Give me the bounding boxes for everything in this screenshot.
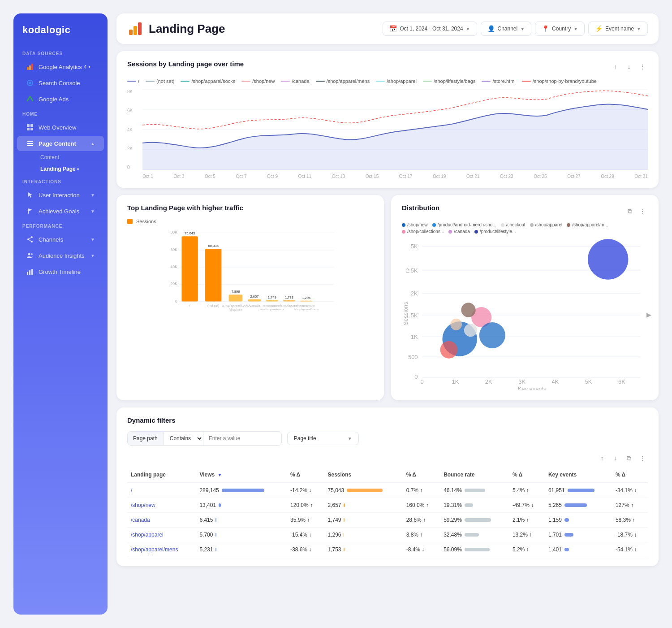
sidebar-sub-item-landing-page[interactable]: Landing Page •	[17, 164, 104, 174]
sidebar-item-label: Landing Page •	[40, 166, 79, 172]
cell-sessions-delta: 0.7% ↑	[403, 483, 440, 498]
x-label: Oct 27	[567, 174, 580, 179]
table-row[interactable]: /shop/apparel/mens5,231-38.6% ↓1,753-8.4…	[127, 542, 648, 557]
sidebar-sub-item-content[interactable]: Content	[17, 152, 104, 163]
top-landing-title: Top Landing Page with higher traffic	[127, 204, 373, 212]
more-options-button[interactable]: ⋮	[637, 453, 648, 463]
users-icon	[26, 251, 34, 260]
sort-asc-button[interactable]: ↑	[597, 453, 607, 463]
svg-text:/shop/new: /shop/new	[229, 308, 243, 312]
col-bounce-rate[interactable]: Bounce rate	[440, 467, 509, 483]
sort-asc-button[interactable]: ↑	[610, 61, 621, 72]
page-title: Landing Page	[149, 22, 225, 36]
y-label: 2K	[127, 146, 141, 151]
svg-line-17	[28, 239, 32, 242]
dist-legend-item: /shop/apparel	[530, 222, 563, 227]
col-label: % Δ	[406, 472, 416, 478]
cell-sessions: 75,043	[324, 483, 402, 498]
cell-bounce-delta: 5.4% ↑	[509, 483, 545, 498]
dist-legend-label: /product/lifestyle...	[480, 229, 516, 234]
filter-chip-channel[interactable]: 👤 Channel ▼	[481, 22, 532, 36]
more-options-button[interactable]: ⋮	[637, 206, 648, 217]
cell-bounce-rate: 32.48%	[440, 528, 509, 542]
page-title-dropdown[interactable]: Page title ▼	[287, 432, 359, 445]
legend-item: /shop/new	[241, 78, 275, 84]
dist-legend-item: /shop/new	[402, 222, 428, 227]
svg-rect-0	[27, 67, 29, 70]
x-label: Oct 13	[332, 174, 345, 179]
sidebar-item-search-console[interactable]: Search Console	[17, 75, 104, 91]
col-landing-page[interactable]: Landing page	[127, 467, 196, 483]
cell-views-delta: -14.2% ↓	[287, 483, 324, 498]
sidebar-item-web-overview[interactable]: Web Overview	[17, 120, 104, 135]
x-label: Oct 11	[298, 174, 311, 179]
contains-select[interactable]: Contains	[164, 432, 203, 445]
svg-text:75,043: 75,043	[185, 231, 195, 235]
col-key-events-delta[interactable]: % Δ	[612, 467, 648, 483]
svg-text:7,896: 7,896	[231, 290, 240, 294]
col-label: Key events	[548, 472, 577, 478]
cell-views: 5,700	[196, 528, 287, 542]
svg-text:1,749: 1,749	[268, 295, 276, 299]
filters-row: Page path Contains Page title ▼	[127, 431, 648, 446]
sort-desc-button[interactable]: ↓	[610, 453, 621, 463]
dist-legend-item: /checkout	[501, 222, 526, 227]
svg-text:Sessions: Sessions	[402, 302, 409, 325]
chevron-down-icon: ▼	[90, 193, 95, 198]
sidebar-item-label: Achieved Goals	[39, 208, 79, 215]
x-label: Oct 1	[142, 174, 153, 179]
col-bounce-delta[interactable]: % Δ	[509, 467, 545, 483]
google-ads-icon	[26, 95, 34, 103]
section-label-home: Home	[13, 107, 108, 119]
sort-desc-button[interactable]: ↓	[624, 61, 634, 72]
sidebar-item-user-interaction[interactable]: User Interaction ▼	[17, 187, 104, 203]
chevron-down-icon: ▼	[348, 436, 352, 441]
filter-chip-date[interactable]: 📅 Oct 1, 2024 - Oct 31, 2024 ▼	[383, 22, 477, 36]
dist-legend-item: /product/android-merch-sho...	[432, 222, 496, 227]
sidebar-item-google-analytics[interactable]: Google Analytics 4 •	[17, 59, 104, 74]
x-label: Oct 15	[366, 174, 379, 179]
table-row[interactable]: /shop/apparel5,700-15.4% ↓1,2963.8% ↑32.…	[127, 528, 648, 542]
dist-dot	[474, 230, 478, 234]
sidebar-item-page-content[interactable]: Page Content ▲	[17, 136, 104, 151]
cell-sessions: 2,657	[324, 498, 402, 513]
filter-chip-country[interactable]: 📍 Country ▼	[535, 22, 585, 36]
more-options-button[interactable]: ⋮	[637, 61, 648, 72]
col-views-delta[interactable]: % Δ	[287, 467, 324, 483]
svg-text:2K: 2K	[411, 290, 418, 297]
export-button[interactable]: ⧉	[624, 453, 634, 463]
dist-legend-label: /shop/apparel/m...	[572, 222, 608, 227]
svg-text:0: 0	[414, 373, 418, 380]
legend-item: /shop/shop-by-brand/youtube	[522, 78, 597, 84]
x-label: Oct 17	[399, 174, 412, 179]
svg-point-91	[464, 324, 477, 337]
sidebar-item-channels[interactable]: Channels ▼	[17, 232, 104, 247]
table-row[interactable]: /shop/new13,401120.0% ↑2,657160.0% ↑19.3…	[127, 498, 648, 513]
cell-key-events: 1,701	[545, 528, 612, 542]
sidebar-item-achieved-goals[interactable]: Achieved Goals ▼	[17, 204, 104, 219]
page-path-input[interactable]	[203, 432, 281, 445]
cell-page: /canada	[127, 513, 196, 528]
sidebar-item-google-ads[interactable]: Google Ads	[17, 91, 104, 107]
filter-icon[interactable]: ⧉	[625, 206, 635, 217]
sidebar-item-label: Page Content	[39, 140, 76, 147]
scatter-area: 5K 2.5K 2K 1.5K 1K 500 0 Sessions	[402, 238, 648, 391]
sidebar-item-audience-insights[interactable]: Audience Insights ▼	[17, 248, 104, 263]
dist-legend-item: /product/lifestyle...	[474, 229, 516, 234]
table-row[interactable]: /289,145-14.2% ↓75,0430.7% ↑46.14%5.4% ↑…	[127, 483, 648, 498]
distribution-title: Distribution	[402, 204, 439, 212]
filter-chip-event-name[interactable]: ⚡ Event name ▼	[588, 22, 648, 36]
dynamic-filters-title: Dynamic filters	[127, 416, 648, 424]
sidebar-item-growth-timeline[interactable]: Growth Timeline	[17, 264, 104, 279]
col-sessions[interactable]: Sessions	[324, 467, 402, 483]
sidebar-item-label: Google Analytics 4 •	[39, 64, 90, 70]
col-sessions-delta[interactable]: % Δ	[403, 467, 440, 483]
col-views[interactable]: Views ▼	[196, 467, 287, 483]
svg-rect-47	[248, 299, 261, 302]
legend-item-label: /	[138, 78, 139, 84]
scatter-arrow-right[interactable]: ▶	[646, 311, 651, 318]
table-row[interactable]: /canada6,41535.9% ↑1,74928.6% ↑59.29%2.1…	[127, 513, 648, 528]
col-label: Sessions	[327, 472, 351, 478]
col-key-events[interactable]: Key events	[545, 467, 612, 483]
svg-rect-8	[30, 128, 33, 130]
